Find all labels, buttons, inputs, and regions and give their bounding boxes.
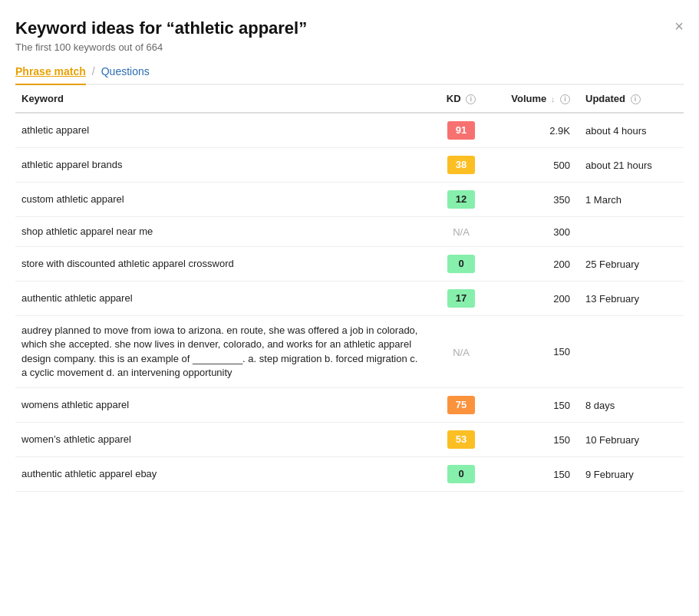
updated-cell: about 4 hours — [576, 113, 684, 148]
updated-cell: 13 February — [576, 282, 684, 316]
table-row: authentic athletic apparel1720013 Februa… — [15, 282, 684, 316]
keyword-cell: custom athletic apparel — [15, 183, 430, 217]
table-row: shop athletic apparel near meN/A300 — [15, 217, 684, 247]
updated-info-icon[interactable]: i — [631, 94, 641, 104]
updated-cell: 9 February — [576, 457, 684, 492]
kd-na-value: N/A — [453, 347, 470, 358]
kd-cell: 0 — [430, 457, 492, 492]
column-header-volume[interactable]: Volume ↓ i — [492, 85, 576, 113]
volume-cell: 150 — [492, 388, 576, 423]
updated-cell: 10 February — [576, 423, 684, 457]
subtitle: The first 100 keywords out of 664 — [15, 41, 684, 53]
volume-sort-arrow: ↓ — [551, 94, 556, 104]
kd-badge: 91 — [447, 121, 475, 140]
kd-cell: 75 — [430, 388, 492, 423]
keyword-cell: audrey planned to move from iowa to ariz… — [15, 316, 430, 388]
keyword-table: Keyword KD i Volume ↓ i Updated i athlet… — [15, 85, 684, 492]
table-row: athletic apparel912.9Kabout 4 hours — [15, 113, 684, 148]
kd-badge: 17 — [447, 289, 475, 308]
kd-cell: 0 — [430, 247, 492, 282]
table-row: authentic athletic apparel ebay01509 Feb… — [15, 457, 684, 492]
keyword-cell: authentic athletic apparel ebay — [15, 457, 430, 492]
keyword-cell: store with discounted athletic apparel c… — [15, 247, 430, 282]
tabs-bar: Phrase match / Questions — [15, 65, 684, 85]
header: Keyword ideas for “athletic apparel” The… — [15, 18, 684, 53]
tab-divider: / — [92, 65, 95, 84]
volume-cell: 150 — [492, 457, 576, 492]
kd-badge: 0 — [447, 255, 475, 273]
keyword-cell: athletic apparel brands — [15, 148, 430, 183]
volume-cell: 500 — [492, 148, 576, 183]
column-header-keyword: Keyword — [15, 85, 430, 113]
table-row: womens athletic apparel751508 days — [15, 388, 684, 423]
volume-cell: 300 — [492, 217, 576, 247]
volume-cell: 150 — [492, 423, 576, 457]
tab-questions[interactable]: Questions — [101, 65, 150, 84]
kd-cell: N/A — [430, 217, 492, 247]
tab-phrase-match[interactable]: Phrase match — [15, 65, 86, 85]
column-header-updated: Updated i — [576, 85, 684, 113]
kd-badge: 53 — [447, 430, 475, 449]
table-header-row: Keyword KD i Volume ↓ i Updated i — [15, 85, 684, 113]
column-header-kd: KD i — [430, 85, 492, 113]
keyword-cell: authentic athletic apparel — [15, 282, 430, 316]
volume-cell: 2.9K — [492, 113, 576, 148]
page-title: Keyword ideas for “athletic apparel” — [15, 18, 684, 38]
kd-cell: 38 — [430, 148, 492, 183]
kd-cell: 91 — [430, 113, 492, 148]
updated-cell: 25 February — [576, 247, 684, 282]
volume-cell: 200 — [492, 247, 576, 282]
kd-cell: 17 — [430, 282, 492, 316]
kd-badge: 12 — [447, 190, 475, 209]
kd-badge: 38 — [447, 156, 475, 174]
kd-cell: N/A — [430, 316, 492, 388]
kd-na-value: N/A — [453, 226, 470, 238]
keyword-cell: womens athletic apparel — [15, 388, 430, 423]
table-row: athletic apparel brands38500about 21 hou… — [15, 148, 684, 183]
table-row: custom athletic apparel123501 March — [15, 183, 684, 217]
updated-cell — [576, 316, 684, 388]
table-row: audrey planned to move from iowa to ariz… — [15, 316, 684, 388]
updated-cell: 1 March — [576, 183, 684, 217]
volume-cell: 150 — [492, 316, 576, 388]
volume-info-icon[interactable]: i — [560, 94, 570, 104]
updated-cell — [576, 217, 684, 247]
kd-badge: 75 — [447, 396, 475, 414]
volume-cell: 350 — [492, 183, 576, 217]
volume-cell: 200 — [492, 282, 576, 316]
kd-info-icon[interactable]: i — [466, 94, 476, 104]
close-button[interactable]: × — [674, 18, 684, 34]
keyword-cell: women’s athletic apparel — [15, 423, 430, 457]
keyword-cell: athletic apparel — [15, 113, 430, 148]
updated-cell: 8 days — [576, 388, 684, 423]
kd-badge: 0 — [447, 465, 475, 483]
table-row: store with discounted athletic apparel c… — [15, 247, 684, 282]
kd-cell: 12 — [430, 183, 492, 217]
kd-cell: 53 — [430, 423, 492, 457]
table-row: women’s athletic apparel5315010 February — [15, 423, 684, 457]
updated-cell: about 21 hours — [576, 148, 684, 183]
keyword-cell: shop athletic apparel near me — [15, 217, 430, 247]
